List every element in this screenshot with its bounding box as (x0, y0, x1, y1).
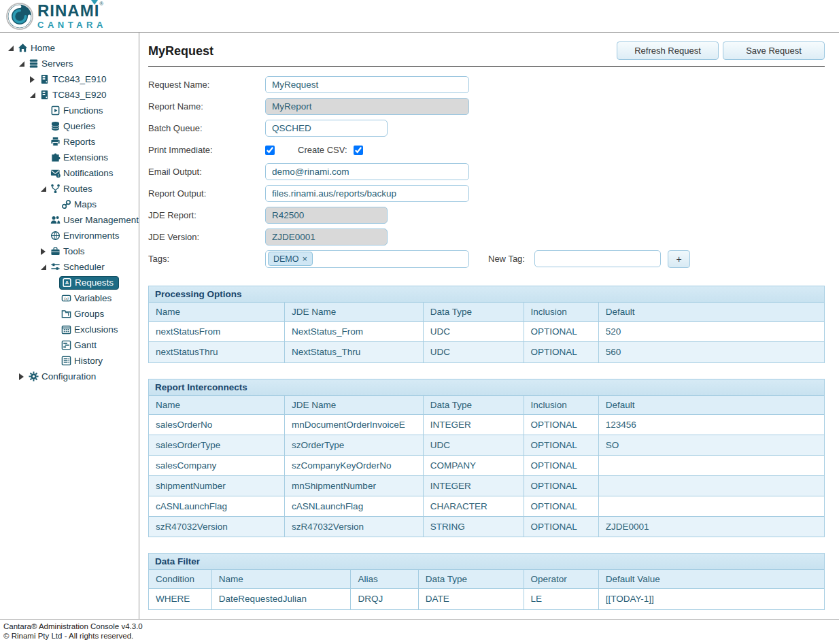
svg-text:!: ! (58, 173, 59, 177)
sidebar-item-servers[interactable]: Servers (0, 56, 139, 71)
table-row[interactable]: cASNLaunchFlagcASNLaunchFlagCHARACTEROPT… (149, 496, 824, 516)
table-cell: DateRequestedJulian (211, 589, 351, 609)
sidebar-item-functions[interactable]: Functions (0, 103, 139, 118)
server-icon (39, 74, 50, 85)
tree-expander-icon[interactable] (38, 186, 48, 192)
sidebar-item-routes[interactable]: Routes (0, 181, 139, 197)
globe-icon (50, 231, 61, 241)
table-cell: mnShipmentNumber (285, 475, 424, 496)
table-row[interactable]: szR47032VersionszR47032VersionSTRINGOPTI… (149, 516, 824, 537)
sidebar-item-variables[interactable]: (x)Variables (0, 290, 139, 306)
create-csv-checkbox[interactable] (354, 146, 363, 155)
sidebar-item-label: Requests (75, 277, 114, 288)
sidebar-item-gantt[interactable]: Gantt (0, 337, 139, 353)
sidebar-item-label: Home (31, 43, 55, 53)
save-request-button[interactable]: Save Request (723, 41, 825, 60)
tree-expander-icon[interactable] (27, 92, 37, 98)
tree-expander-icon[interactable] (38, 265, 48, 270)
new-tag-label: New Tag: (488, 254, 525, 264)
sidebar-item-label: TC843_E920 (52, 90, 107, 100)
report-output-input[interactable] (265, 185, 469, 202)
sidebar-item-configuration[interactable]: Configuration (0, 369, 139, 384)
sidebar-item-home[interactable]: Home (0, 40, 139, 56)
table-cell: SO (598, 435, 824, 455)
refresh-request-button[interactable]: Refresh Request (617, 41, 719, 60)
footer-version-text: Cantara® Administration Console v4.3.0 (3, 622, 836, 631)
column-header-default: Default (598, 303, 824, 322)
logo-triangle-icon (91, 0, 98, 5)
sidebar-item-reports[interactable]: Reports (0, 134, 139, 150)
table-cell: UDC (423, 322, 524, 342)
sidebar-item-environments[interactable]: Environments (0, 228, 139, 243)
data-filter-table: Data FilterConditionNameAliasData TypeOp… (148, 553, 825, 610)
request-name-input[interactable] (265, 76, 469, 93)
table-row[interactable]: nextStatusThruNextStatus_ThruUDCOPTIONAL… (149, 342, 824, 362)
table-title: Report Interconnects (149, 379, 824, 396)
sidebar-item-tools[interactable]: Tools (0, 243, 139, 259)
tables-area: Processing OptionsNameJDE NameData TypeI… (148, 286, 825, 610)
footer-copyright-text: © Rinami Pty Ltd - All rights reserved. (3, 631, 836, 641)
email-output-label: Email Output: (148, 167, 265, 177)
table-cell: OPTIONAL (524, 322, 598, 342)
column-header-alias: Alias (351, 570, 418, 589)
sidebar-item-extensions[interactable]: Extensions (0, 150, 139, 165)
sidebar-item-maps[interactable]: Maps (0, 197, 139, 212)
sidebar-item-tc843-e910[interactable]: TC843_E910 (0, 71, 139, 87)
report-output-label: Report Output: (148, 188, 265, 199)
sidebar-item-label: Variables (74, 293, 112, 303)
table-cell (598, 496, 824, 516)
sidebar-item-notifications[interactable]: !Notifications (0, 165, 139, 181)
tree-expander-icon[interactable] (5, 46, 16, 51)
tag-remove-icon[interactable]: × (303, 254, 308, 264)
tree-expander-icon[interactable] (38, 248, 48, 255)
table-row[interactable]: salesOrderNomnDocumentOrderInvoiceEINTEG… (149, 414, 824, 435)
users-icon (50, 215, 61, 226)
email-output-input[interactable] (265, 163, 469, 180)
sidebar-item-requests[interactable]: ARequests (0, 275, 139, 290)
sidebar-item-label: Notifications (63, 168, 114, 178)
logo-swirl-icon (5, 2, 34, 31)
request-name-label: Request Name: (148, 80, 265, 90)
table-row[interactable]: nextStatusFromNextStatus_FromUDCOPTIONAL… (149, 322, 824, 342)
tags-input[interactable]: DEMO × (265, 250, 469, 268)
new-tag-input[interactable] (534, 250, 661, 267)
link-icon (61, 199, 72, 210)
table-row[interactable]: salesOrderTypeszOrderTypeUDCOPTIONALSO (149, 435, 824, 455)
sidebar-item-tc843-e920[interactable]: TC843_E920 (0, 87, 139, 103)
sidebar-item-label: Exclusions (74, 324, 118, 335)
home-icon (17, 43, 29, 54)
table-cell: UDC (423, 342, 524, 362)
batch-queue-input[interactable] (265, 120, 388, 137)
sidebar-item-label: Maps (74, 199, 97, 209)
table-cell: shipmentNumber (149, 475, 285, 496)
mail-notification-icon: ! (50, 168, 61, 179)
table-row[interactable]: salesCompanyszCompanyKeyOrderNoCOMPANYOP… (149, 455, 824, 475)
sidebar-item-history[interactable]: History (0, 353, 139, 369)
report-name-input (265, 98, 469, 115)
gear-icon (28, 371, 39, 382)
table-cell: DATE (418, 589, 524, 609)
sidebar-item-groups[interactable]: Groups (0, 306, 139, 322)
server-icon (39, 90, 50, 101)
sidebar-item-exclusions[interactable]: Exclusions (0, 322, 139, 337)
table-row[interactable]: WHEREDateRequestedJulianDRQJDATELE[[TODA… (149, 589, 824, 609)
sidebar-item-queries[interactable]: Queries (0, 118, 139, 134)
table-row[interactable]: shipmentNumbermnShipmentNumberINTEGEROPT… (149, 475, 824, 496)
table-cell: nextStatusThru (149, 342, 285, 362)
jde-report-input (265, 207, 388, 224)
column-header-default-value: Default Value (598, 570, 824, 589)
sidebar-item-scheduler[interactable]: Scheduler (0, 259, 139, 275)
table-title: Processing Options (149, 286, 824, 303)
print-immediate-checkbox[interactable] (265, 146, 275, 155)
servers-icon (28, 58, 39, 69)
sidebar-item-user-management[interactable]: User Management (0, 212, 139, 228)
table-cell: mnDocumentOrderInvoiceE (285, 414, 424, 435)
column-header-data-type: Data Type (423, 396, 524, 415)
sidebar-item-label: Queries (63, 121, 95, 131)
add-tag-button[interactable]: + (668, 250, 690, 268)
sidebar-item-label: Servers (41, 58, 73, 69)
tree-expander-icon[interactable] (27, 76, 37, 83)
tree-expander-icon[interactable] (16, 373, 27, 380)
tree-expander-icon[interactable] (16, 61, 27, 67)
tag-chip-text: DEMO (273, 254, 299, 264)
